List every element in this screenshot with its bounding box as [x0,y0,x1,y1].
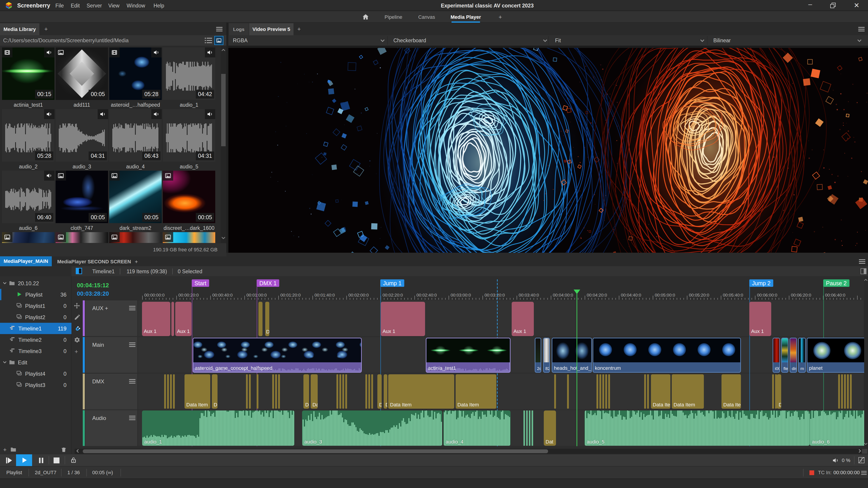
svg-text:00:04:40:0: 00:04:40:0 [621,293,641,297]
svg-text:00:03:20:0: 00:03:20:0 [485,293,505,297]
svg-text:00:06:20:0: 00:06:20:0 [791,293,811,297]
svg-text:00:00:20:0: 00:00:20:0 [178,293,199,297]
svg-text:00:04:20:0: 00:04:20:0 [587,293,607,297]
svg-text:00:03:00:0: 00:03:00:0 [451,293,471,297]
svg-text:00:05:00:0: 00:05:00:0 [655,293,675,297]
svg-text:00:01:20:0: 00:01:20:0 [280,293,301,297]
svg-text:00:01:40:0: 00:01:40:0 [314,293,335,297]
svg-text:00:00:00:0: 00:00:00:0 [144,293,164,297]
svg-text:00:06:00:0: 00:06:00:0 [757,293,777,297]
svg-text:00:06:40:0: 00:06:40:0 [825,293,845,297]
svg-text:00:02:40:0: 00:02:40:0 [416,293,437,297]
svg-text:00:04:00:0: 00:04:00:0 [553,293,573,297]
svg-text:00:02:00:0: 00:02:00:0 [348,293,369,297]
svg-text:00:02:20:0: 00:02:20:0 [382,293,403,297]
svg-text:00:05:40:0: 00:05:40:0 [723,293,743,297]
svg-text:00:05:20:0: 00:05:20:0 [689,293,709,297]
svg-text:00:03:40:0: 00:03:40:0 [519,293,539,297]
svg-text:00:00:40:0: 00:00:40:0 [212,293,232,297]
